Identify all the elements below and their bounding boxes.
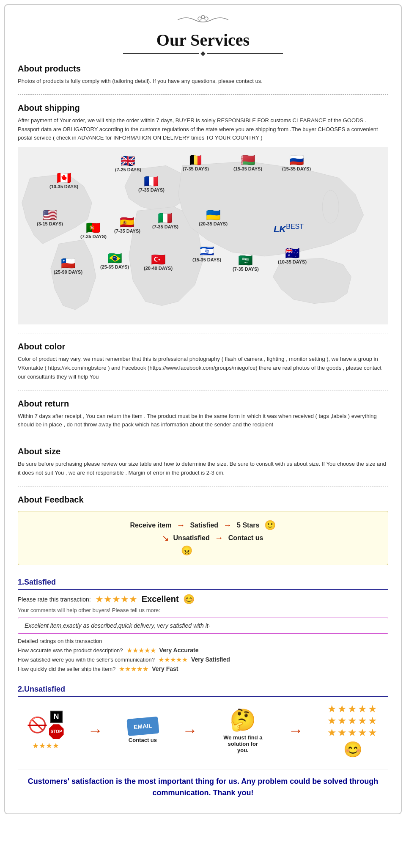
rating-stars: ★★★★★ — [95, 594, 137, 605]
rating-detail-row-2: How satisfied were you with the seller's… — [18, 656, 388, 664]
unsatisfied-flow-row: Unsatisfied → Contact us — [173, 533, 263, 543]
comment-box: Excellent item,exactly as described,quic… — [18, 618, 388, 634]
flag-canada: 🇨🇦 (10-35 DAYS) — [49, 172, 78, 189]
svg-point-0 — [201, 15, 205, 19]
stars-result-item: ★★★★★ ★★★★★ ★★★★★ 😊 — [327, 703, 378, 758]
flag-australia: 🇦🇺 (10-35 DAYS) — [278, 247, 307, 264]
contact-us-label: Contact us — [228, 534, 263, 542]
flag-spain: 🇪🇸 (7-35 DAYS) — [114, 217, 140, 233]
about-return-section: About return Within 7 days after receipt… — [18, 399, 388, 430]
flag-chile: 🇨🇱 (25-90 DAYS) — [54, 258, 82, 275]
flag-belgium: 🇧🇪 (7-35 DAYS) — [183, 154, 209, 171]
excellent-text: Excellent — [142, 594, 179, 604]
detailed-label: Detailed ratings on this transaction — [18, 638, 388, 644]
about-feedback-title: About Feedback — [18, 495, 388, 505]
about-return-text: Within 7 days after receipt , You can re… — [18, 412, 388, 430]
detailed-ratings: Detailed ratings on this transaction How… — [18, 638, 388, 673]
about-color-text: Color of product may vary, we must remem… — [18, 355, 388, 381]
feedback-flow: Receive item → Satisfied → 5 Stars 🙂 ↘ U… — [31, 520, 375, 556]
arrow-3: → — [215, 533, 223, 543]
rating-emoji: 😊 — [183, 594, 195, 605]
about-size-title: About size — [18, 447, 388, 456]
rating-row: Please rate this transaction: ★★★★★ Exce… — [18, 594, 388, 605]
world-map-section: 🇬🇧 (7-25 DAYS) 🇨🇦 (10-35 DAYS) 🇧🇪 (7-35 … — [18, 147, 388, 324]
about-shipping-title: About shipping — [18, 103, 388, 113]
page-wrapper: Our Services About products Photos of pr… — [4, 4, 402, 814]
solution-label: We must find a solution for you. — [222, 734, 264, 753]
title-divider — [18, 52, 388, 55]
unsatisfied-title: 2.Unsatisfied — [18, 685, 388, 697]
detail-stars-1: ★★★★★ — [126, 646, 156, 654]
rate-label: Please rate this transaction: — [18, 596, 91, 603]
detail-question-2: How satisfied were you with the seller's… — [18, 656, 155, 663]
svg-point-1 — [198, 17, 201, 20]
satisfied-section: 1.Satisfied Please rate this transaction… — [18, 571, 388, 681]
satisfied-flow-row: Receive item → Satisfied → 5 Stars 🙂 — [130, 520, 276, 531]
flag-turkey: 🇹🇷 (20-40 DAYS) — [144, 254, 173, 271]
contact-us-unsatisfied: Contact us — [129, 737, 157, 743]
receive-item-label: Receive item — [130, 522, 172, 529]
result-stars-row-3: ★★★★★ — [327, 727, 378, 739]
result-stars-row-2: ★★★★★ — [327, 715, 378, 727]
detail-rating-2: Very Satisfied — [191, 656, 230, 663]
svg-point-3 — [322, 190, 339, 223]
header-ornament — [178, 14, 228, 26]
flag-russia: 🇷🇺 (15-35 DAYS) — [282, 154, 311, 171]
comment-text: Excellent item,exactly as described,quic… — [25, 622, 210, 629]
unsatisfied-section: 2.Unsatisfied 🚫 N STOP ★★★★ — [18, 681, 388, 769]
flag-italy: 🇮🇹 (7-35 DAYS) — [152, 212, 178, 229]
flag-saudi: 🇸🇦 (7-35 DAYS) — [233, 255, 259, 272]
detail-rating-1: Very Accurate — [159, 647, 199, 654]
about-return-title: About return — [18, 399, 388, 409]
flag-brazil: 🇧🇷 (25-65 DAYS) — [100, 253, 129, 269]
unsatisfied-arrow-1: → — [88, 722, 103, 739]
about-products-section: About products Photos of products is ful… — [18, 64, 388, 86]
divider-4 — [18, 438, 388, 438]
no-icon-item: 🚫 N STOP ★★★★ — [28, 711, 64, 750]
about-feedback-section: About Feedback Receive item → Satisfied … — [18, 495, 388, 805]
divider-5 — [18, 486, 388, 486]
page-title: Our Services — [18, 30, 388, 50]
divider-3 — [18, 390, 388, 390]
detail-stars-3: ★★★★★ — [119, 665, 148, 673]
result-stars-row-1: ★★★★★ — [327, 703, 378, 715]
about-products-text: Photos of products is fully comply with … — [18, 77, 388, 86]
unsatisfied-label: Unsatisfied — [173, 534, 210, 542]
unsatisfied-flow: 🚫 N STOP ★★★★ → — [18, 703, 388, 758]
flag-usa: 🇺🇸 (3-15 DAYS) — [37, 209, 63, 226]
about-color-title: About color — [18, 342, 388, 352]
satisfied-emoji: 🙂 — [264, 520, 276, 531]
happy-emoji: 😊 — [343, 741, 362, 758]
svg-point-2 — [205, 17, 208, 20]
arrow-1: → — [176, 520, 185, 530]
unsatisfied-emoji: 😠 — [181, 545, 192, 556]
comment-help: Your comments will help other buyers! Pl… — [18, 607, 388, 613]
five-stars-label: 5 Stars — [237, 522, 259, 529]
detail-rating-3: Very Fast — [152, 665, 178, 672]
flag-portugal: 🇵🇹 (7-35 DAYS) — [80, 222, 107, 239]
feedback-box: Receive item → Satisfied → 5 Stars 🙂 ↘ U… — [18, 511, 388, 565]
about-color-section: About color Color of product may vary, w… — [18, 342, 388, 381]
stop-sign: STOP — [49, 724, 64, 739]
about-size-text: Be sure before purchasing please review … — [18, 460, 388, 478]
rating-detail-row-1: How accurate was the product description… — [18, 646, 388, 654]
detail-question-3: How quickly did the seller ship the item… — [18, 666, 115, 672]
about-shipping-text: After payment of Your order, we will shi… — [18, 116, 388, 143]
rating-detail-row-3: How quickly did the seller ship the item… — [18, 665, 388, 673]
email-item: EMAIL Contact us — [127, 718, 159, 743]
about-shipping-section: About shipping After payment of Your ord… — [18, 103, 388, 143]
flag-israel: 🇮🇱 (15-35 DAYS) — [192, 245, 221, 262]
unsatisfied-arrow-3: → — [288, 722, 303, 739]
divider-1 — [18, 94, 388, 95]
lkbest-logo: LKBEST — [274, 223, 304, 235]
question-person-item: 🤔 We must find a solution for you. — [222, 708, 264, 753]
detail-question-1: How accurate was the product description… — [18, 647, 123, 654]
arrow-2: → — [223, 520, 232, 530]
flag-ukraine: 🇺🇦 (20-35 DAYS) — [199, 209, 228, 226]
satisfied-label: Satisfied — [190, 522, 218, 529]
satisfied-title: 1.Satisfied — [18, 578, 388, 590]
flag-uk: 🇬🇧 (7-25 DAYS) — [115, 155, 141, 172]
flag-france: 🇫🇷 (7-35 DAYS) — [138, 176, 165, 192]
detail-stars-2: ★★★★★ — [158, 656, 188, 664]
about-products-title: About products — [18, 64, 388, 74]
